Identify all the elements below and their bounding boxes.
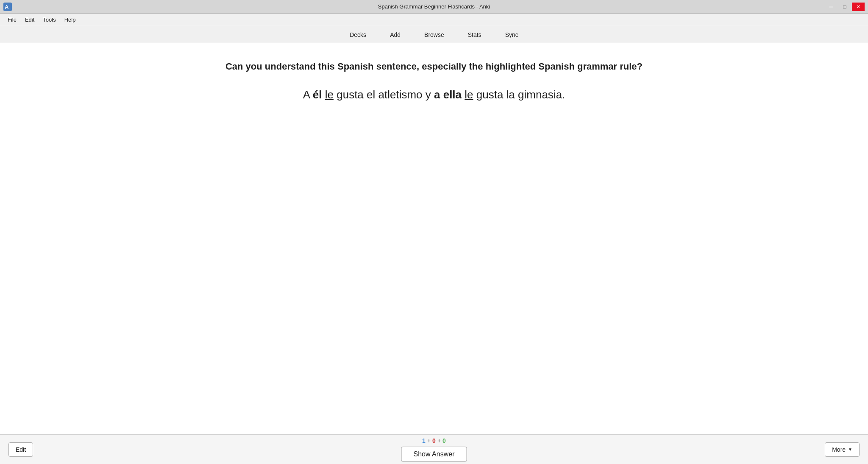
sep2: + (437, 437, 441, 444)
count-due: 0 (432, 437, 436, 444)
card-counts: 1 + 0 + 0 (422, 437, 446, 444)
more-label: More (832, 446, 846, 453)
close-button[interactable]: ✕ (852, 3, 865, 11)
word-le2: le (465, 88, 473, 101)
word-le1: le (325, 88, 334, 101)
count-learning: 1 (422, 437, 426, 444)
svg-text:A: A (5, 4, 9, 10)
nav-sync[interactable]: Sync (502, 30, 522, 40)
title-bar-left: A (3, 3, 12, 11)
more-button[interactable]: More ▼ (825, 442, 860, 457)
sep1: + (427, 437, 431, 444)
phrase-a-ella: a ella (434, 88, 462, 101)
minimize-button[interactable]: ─ (825, 3, 837, 11)
question-text: Can you understand this Spanish sentence… (225, 60, 643, 73)
nav-browse[interactable]: Browse (421, 30, 448, 40)
window-controls: ─ □ ✕ (825, 3, 865, 11)
nav-add[interactable]: Add (387, 30, 404, 40)
menu-bar: File Edit Tools Help (0, 14, 868, 26)
sentence-display: A él le gusta el atletismo y a ella le g… (303, 86, 565, 104)
edit-button[interactable]: Edit (8, 442, 33, 457)
word-el: él (313, 88, 322, 101)
menu-tools[interactable]: Tools (39, 15, 60, 25)
bottom-bar: Edit 1 + 0 + 0 Show Answer More ▼ (0, 434, 868, 464)
menu-edit[interactable]: Edit (21, 15, 39, 25)
show-answer-button[interactable]: Show Answer (401, 447, 467, 462)
menu-help[interactable]: Help (60, 15, 80, 25)
menu-file[interactable]: File (3, 15, 21, 25)
title-bar: A Spanish Grammar Beginner Flashcards - … (0, 0, 868, 14)
maximize-button[interactable]: □ (838, 3, 851, 11)
nav-stats[interactable]: Stats (465, 30, 485, 40)
nav-bar: Decks Add Browse Stats Sync (0, 26, 868, 43)
app-icon: A (3, 3, 12, 11)
count-new: 0 (442, 437, 446, 444)
window-title: Spanish Grammar Beginner Flashcards - An… (378, 3, 490, 10)
more-arrow-icon: ▼ (848, 447, 852, 452)
nav-decks[interactable]: Decks (346, 30, 370, 40)
bottom-center: 1 + 0 + 0 Show Answer (401, 437, 467, 462)
card-content: Can you understand this Spanish sentence… (0, 43, 868, 434)
